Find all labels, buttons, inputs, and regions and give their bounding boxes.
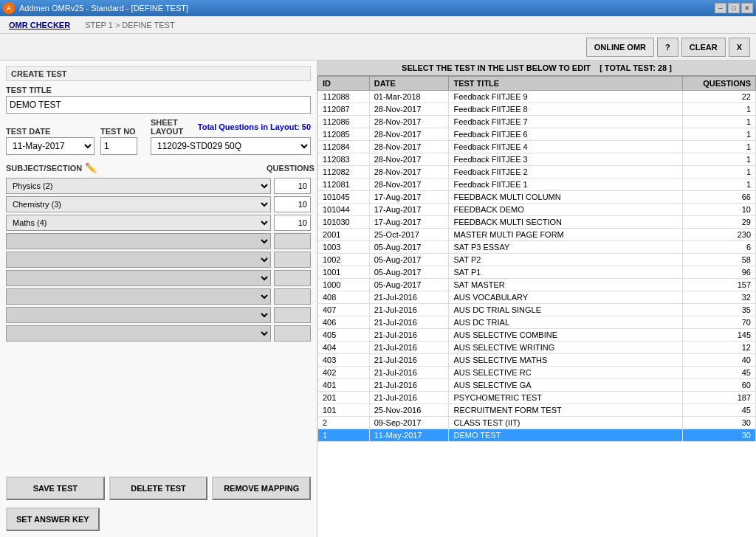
clear-button[interactable]: CLEAR	[681, 38, 726, 57]
table-row[interactable]: 11208428-Nov-2017Feedback FIITJEE 41	[318, 141, 756, 153]
bottom-buttons: SAVE TEST DELETE TEST REMOVE MAPPING	[6, 472, 311, 500]
cell-title: AUS SELECTIVE GA	[449, 379, 683, 392]
cell-id: 404	[318, 342, 370, 354]
cell-title: AUS VOCABULARY	[449, 291, 683, 304]
table-row[interactable]: 11208328-Nov-2017Feedback FIITJEE 31	[318, 153, 756, 166]
cell-questions: 22	[683, 91, 756, 103]
window-title: Addmen OMRv25 - Standard - [DEFINE TEST]	[19, 4, 188, 13]
cell-title: SAT P2	[449, 254, 683, 266]
title-bar-left: A Addmen OMRv25 - Standard - [DEFINE TES…	[3, 2, 188, 14]
table-row[interactable]: 111-May-2017DEMO TEST30	[318, 429, 756, 442]
subject-questions-input-2[interactable]	[274, 215, 311, 231]
table-row[interactable]: 20121-Jul-2016PSYCHOMETRIC TEST187	[318, 392, 756, 404]
title-bar-controls: – □ ✕	[715, 3, 753, 13]
cell-id: 101030	[318, 216, 370, 229]
subject-row	[6, 288, 311, 305]
test-no-label: TEST NO	[100, 127, 145, 136]
subject-select-1[interactable]: Chemistry (3)	[6, 196, 271, 212]
subject-select-4[interactable]	[6, 252, 271, 268]
table-row[interactable]: 11208528-Nov-2017Feedback FIITJEE 61	[318, 128, 756, 141]
table-row[interactable]: 40721-Jul-2016AUS DC TRIAL SINGLE35	[318, 304, 756, 316]
subject-select-2[interactable]: Maths (4)	[6, 215, 271, 231]
table-row[interactable]: 40621-Jul-2016AUS DC TRIAL70	[318, 316, 756, 329]
cell-id: 405	[318, 329, 370, 342]
table-row[interactable]: 11208801-Mar-2018Feedback FIITJEE 922	[318, 91, 756, 103]
table-row[interactable]: 11208228-Nov-2017Feedback FIITJEE 21	[318, 166, 756, 179]
subject-questions-input-7[interactable]	[274, 307, 311, 323]
table-row[interactable]: 40821-Jul-2016AUS VOCABULARY32	[318, 291, 756, 304]
table-row[interactable]: 40221-Jul-2016AUS SELECTIVE RC45	[318, 367, 756, 379]
subject-row: Chemistry (3)	[6, 196, 311, 212]
cell-id: 101044	[318, 204, 370, 216]
subject-select-5[interactable]	[6, 270, 271, 286]
cell-date: 17-Aug-2017	[369, 204, 449, 216]
table-row[interactable]: 100305-Aug-2017SAT P3 ESSAY6	[318, 241, 756, 254]
cell-date: 28-Nov-2017	[369, 153, 449, 166]
cell-date: 25-Nov-2016	[369, 404, 449, 417]
table-row[interactable]: 100205-Aug-2017SAT P258	[318, 254, 756, 266]
delete-test-button[interactable]: DELETE TEST	[109, 477, 208, 500]
omr-checker-menu[interactable]: OMR CHECKER	[6, 19, 73, 31]
table-row[interactable]: 100105-Aug-2017SAT P196	[318, 266, 756, 279]
subject-questions-input-1[interactable]	[274, 196, 311, 212]
subject-select-6[interactable]	[6, 288, 271, 305]
data-table[interactable]: ID DATE TEST TITLE QUESTIONS 11208801-Ma…	[317, 76, 756, 537]
cell-date: 05-Aug-2017	[369, 254, 449, 266]
subject-select-3[interactable]	[6, 233, 271, 249]
table-row[interactable]: 40421-Jul-2016AUS SELECTIVE WRITING12	[318, 342, 756, 354]
sheet-layout-select[interactable]: 112029-STD029 50Q	[151, 137, 311, 155]
table-row[interactable]: 11208128-Nov-2017Feedback FIITJEE 11	[318, 179, 756, 191]
help-button[interactable]: ?	[657, 38, 678, 57]
col-header-questions: QUESTIONS	[683, 77, 756, 91]
table-row[interactable]: 10104417-Aug-2017FEEDBACK DEMO10	[318, 204, 756, 216]
col-header-date: DATE	[369, 77, 449, 91]
cell-title: MASTER MULTI PAGE FORM	[449, 229, 683, 241]
cell-title: FEEDBACK DEMO	[449, 204, 683, 216]
menu-bar: OMR CHECKER STEP 1 > DEFINE TEST	[0, 16, 756, 34]
edit-icon[interactable]: ✏️	[85, 162, 97, 173]
test-no-input[interactable]	[100, 137, 137, 155]
table-row[interactable]: 11208728-Nov-2017Feedback FIITJEE 81	[318, 103, 756, 116]
toolbar-close-button[interactable]: X	[729, 38, 750, 57]
cell-date: 21-Jul-2016	[369, 354, 449, 367]
test-date-select[interactable]: 11-May-2017	[6, 137, 94, 155]
total-questions-label: Total Questions in Layout: 50	[198, 122, 311, 131]
minimize-button[interactable]: –	[715, 3, 726, 13]
subject-select-7[interactable]	[6, 307, 271, 323]
set-answer-key-button[interactable]: SET ANSWER KEY	[6, 507, 100, 531]
subject-questions-input-0[interactable]	[274, 178, 311, 194]
subject-questions-input-4[interactable]	[274, 252, 311, 268]
table-row[interactable]: 11208628-Nov-2017Feedback FIITJEE 71	[318, 116, 756, 128]
subject-select-8[interactable]	[6, 325, 271, 342]
table-header-info: SELECT THE TEST IN THE LIST BELOW TO EDI…	[317, 60, 756, 76]
test-title-group: TEST TITLE	[6, 86, 311, 114]
table-row[interactable]: 100005-Aug-2017SAT MASTER157	[318, 279, 756, 291]
subject-questions-input-8[interactable]	[274, 325, 311, 342]
restore-button[interactable]: □	[728, 3, 740, 13]
subject-select-0[interactable]: Physics (2)	[6, 178, 271, 194]
table-row[interactable]: 10104517-Aug-2017FEEDBACK MULTI COLUMN66	[318, 191, 756, 204]
table-row[interactable]: 40121-Jul-2016AUS SELECTIVE GA60	[318, 379, 756, 392]
table-row[interactable]: 40521-Jul-2016AUS SELECTIVE COMBINE145	[318, 329, 756, 342]
test-date-label: TEST DATE	[6, 127, 94, 136]
cell-questions: 58	[683, 254, 756, 266]
table-row[interactable]: 209-Sep-2017CLASS TEST (IIT)30	[318, 417, 756, 429]
cell-questions: 40	[683, 354, 756, 367]
table-row[interactable]: 200125-Oct-2017MASTER MULTI PAGE FORM230	[318, 229, 756, 241]
table-row[interactable]: 10103017-Aug-2017FEEDBACK MULTI SECTION2…	[318, 216, 756, 229]
table-row[interactable]: 10125-Nov-2016RECRUITMENT FORM TEST45	[318, 404, 756, 417]
col-header-title: TEST TITLE	[449, 77, 683, 91]
subject-questions-input-3[interactable]	[274, 233, 311, 249]
table-row[interactable]: 40321-Jul-2016AUS SELECTIVE MATHS40	[318, 354, 756, 367]
cell-date: 21-Jul-2016	[369, 329, 449, 342]
test-title-input[interactable]	[6, 96, 311, 114]
online-omr-button[interactable]: ONLINE OMR	[586, 38, 654, 57]
subject-questions-input-5[interactable]	[274, 270, 311, 286]
subject-questions-input-6[interactable]	[274, 288, 311, 305]
remove-mapping-button[interactable]: REMOVE MAPPING	[212, 477, 311, 500]
cell-date: 21-Jul-2016	[369, 291, 449, 304]
window-close-button[interactable]: ✕	[741, 3, 753, 13]
cell-title: Feedback FIITJEE 1	[449, 179, 683, 191]
save-test-button[interactable]: SAVE TEST	[6, 477, 105, 500]
cell-title: FEEDBACK MULTI COLUMN	[449, 191, 683, 204]
